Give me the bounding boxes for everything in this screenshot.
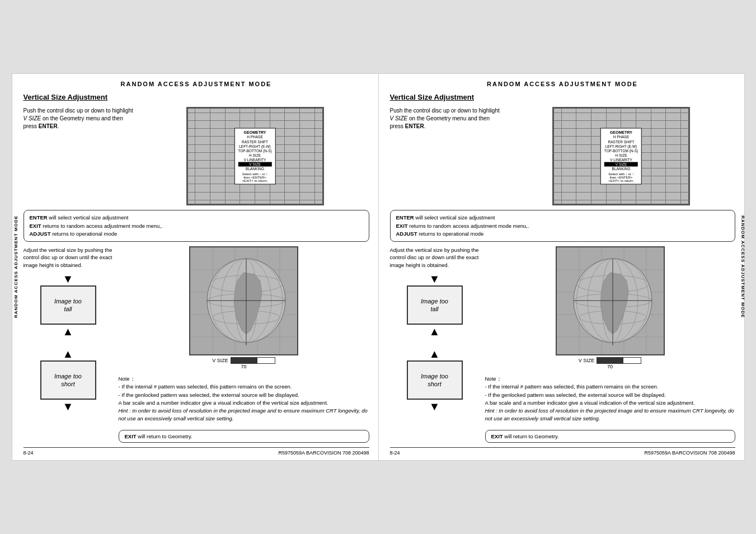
- down-arrow-r-1: ▼: [429, 273, 440, 284]
- vsize-number: 70: [241, 364, 246, 369]
- left-notes: Note： - If the internal # pattern was se…: [119, 375, 369, 423]
- left-monitor-screen: GEOMETRY H PHASE RASTER SHIFT LEFT-RIGHT…: [188, 109, 322, 204]
- right-globe-area: V SIZE 70: [485, 246, 735, 369]
- image-too-short-box-r: Image tooshort: [407, 360, 463, 400]
- menu-title: GEOMETRY: [238, 130, 271, 134]
- menu-hint3-r: <EXIT> to return.: [604, 179, 638, 182]
- right-image-boxes: Adjust the vertical size by pushing the …: [390, 246, 480, 443]
- exit-word-r: EXIT: [491, 433, 503, 439]
- vsize-display: V SIZE: [212, 357, 275, 364]
- note-label: Note：: [119, 376, 135, 382]
- exit-keyword-r: EXIT: [396, 223, 408, 229]
- left-image-boxes: Adjust the vertical size by pushing the …: [24, 246, 113, 443]
- note-line3: A bar scale and a number indicator give …: [119, 400, 328, 406]
- left-bottom-section: Adjust the vertical size by pushing the …: [24, 246, 369, 443]
- up-arrow-2: ▲: [63, 348, 74, 359]
- note-line1: - If the internal # pattern was selected…: [119, 383, 292, 390]
- left-top-content: Push the control disc up or down to high…: [24, 107, 369, 205]
- menu-item-r: H PHASE: [604, 135, 638, 139]
- v-line: [299, 109, 300, 204]
- left-section-title: Vertical Size Adjustment: [24, 93, 369, 101]
- right-footer: 8-24 R5975059A BARCOVISION 708 200498: [390, 447, 735, 456]
- right-geometry-menu: GEOMETRY H PHASE RASTER SHIFT LEFT-RIGHT…: [600, 128, 642, 185]
- right-notes: Note： - If the internal # pattern was se…: [485, 375, 735, 423]
- v-line: [225, 109, 226, 204]
- note-hint: Hint : In order to avoid loss of resolut…: [119, 407, 368, 421]
- note-line2: - If the genlocked pattern was selected,…: [119, 392, 299, 398]
- right-monitor-col: GEOMETRY H PHASE RASTER SHIFT LEFT-RIGHT…: [508, 107, 735, 205]
- enter-keyword-r: ENTER: [396, 214, 414, 221]
- left-monitor: GEOMETRY H PHASE RASTER SHIFT LEFT-RIGHT…: [186, 107, 324, 205]
- menu-item: V LINEARITY: [238, 158, 271, 162]
- right-page: RANDOM ACCESS ADJUSTMENT MODE Vertical S…: [378, 73, 745, 460]
- adjust-keyword: ADJUST: [30, 231, 51, 237]
- v-line: [591, 109, 591, 204]
- v-line: [576, 109, 576, 204]
- menu-item-r: BLANKING: [604, 167, 638, 171]
- left-monitor-col: GEOMETRY H PHASE RASTER SHIFT LEFT-RIGHT…: [141, 107, 369, 205]
- v-line: [210, 109, 210, 204]
- vsize-number-r: 70: [607, 364, 613, 369]
- vsize-display-r: V SIZE: [579, 357, 642, 364]
- right-exit-callout: EXIT will return to Geometry.: [485, 430, 735, 443]
- down-arrow-1: ▼: [63, 273, 74, 284]
- v-line: [680, 109, 681, 204]
- exit-keyword: EXIT: [30, 223, 41, 229]
- v-line: [665, 109, 666, 204]
- right-monitor: GEOMETRY H PHASE RASTER SHIFT LEFT-RIGHT…: [552, 107, 690, 205]
- left-geometry-menu: GEOMETRY H PHASE RASTER SHIFT LEFT-RIGHT…: [234, 128, 275, 185]
- left-footer-code: R5975059A BARCOVISION 708 200498: [278, 450, 369, 456]
- right-section-title: Vertical Size Adjustment: [390, 93, 735, 101]
- v-line: [284, 109, 285, 204]
- right-monitor-screen: GEOMETRY H PHASE RASTER SHIFT LEFT-RIGHT…: [554, 109, 688, 204]
- page-container: RANDOM ACCESS ADJUSTMENT MODE RANDOM ACC…: [12, 73, 745, 460]
- image-too-short-box: Image tooshort: [40, 360, 96, 400]
- image-too-tall-box: Image tootall: [40, 285, 96, 325]
- menu-item-r: RASTER SHIFT: [604, 139, 638, 144]
- left-intro-text: Push the control disc up or down to high…: [24, 107, 141, 205]
- left-adjust-text: Adjust the vertical size by pushing the …: [24, 246, 113, 269]
- right-bottom-section: Adjust the vertical size by pushing the …: [390, 246, 735, 443]
- down-arrow-r-2: ▼: [429, 401, 440, 412]
- v-line: [651, 109, 651, 204]
- right-globe-box: [556, 246, 665, 355]
- menu-item: H PHASE: [238, 135, 271, 139]
- note-line1-r: - If the internal # pattern was selected…: [485, 383, 659, 390]
- left-globe-box: [189, 246, 298, 355]
- left-footer-page: 8-24: [24, 450, 34, 456]
- up-arrow-r-2: ▲: [429, 348, 440, 359]
- left-globe-area: V SIZE 70: [119, 246, 369, 369]
- menu-item: TOP-BOTTOM (N-S): [238, 148, 271, 153]
- up-arrow-1: ▲: [63, 326, 74, 337]
- note-label-r: Note：: [485, 376, 502, 382]
- v-line: [314, 109, 315, 204]
- menu-item-r: H SIZE: [604, 153, 638, 157]
- left-exit-callout: EXIT will return to Geometry.: [119, 430, 369, 443]
- vsize-bar-fill: [231, 358, 257, 363]
- image-too-tall-box-r: Image tootall: [407, 285, 463, 325]
- left-footer: 8-24 R5975059A BARCOVISION 708 200498: [24, 447, 369, 456]
- vsize-label-r: V SIZE: [579, 358, 595, 363]
- menu-item-r: TOP-BOTTOM (N-S): [604, 148, 638, 153]
- menu-item-r: LEFT-RIGHT (E-W): [604, 144, 638, 148]
- adjust-keyword-r: ADJUST: [396, 231, 417, 237]
- left-globe-svg: [190, 247, 298, 355]
- vsize-bar: [231, 357, 275, 364]
- right-side-label: RANDOM ACCESS ADJUSTMENT MODE: [739, 74, 747, 460]
- exit-word: EXIT: [125, 433, 137, 439]
- enter-keyword: ENTER: [30, 214, 48, 221]
- left-globe-notes: V SIZE 70 Note： - If the internal # patt…: [119, 246, 369, 443]
- v-line: [561, 109, 562, 204]
- note-hint-r: Hint : In order to avoid loss of resolut…: [485, 407, 734, 421]
- vsize-label: V SIZE: [212, 358, 228, 363]
- menu-item-r: V LINEARITY: [604, 158, 638, 162]
- right-globe-svg: [557, 247, 665, 355]
- right-header: RANDOM ACCESS ADJUSTMENT MODE: [390, 81, 735, 87]
- menu-item: RASTER SHIFT: [238, 139, 271, 144]
- right-adjust-text: Adjust the vertical size by pushing the …: [390, 246, 480, 269]
- right-callout-box: ENTER will select vertical size adjustme…: [390, 210, 735, 242]
- menu-item: H SIZE: [238, 153, 271, 157]
- vsize-bar-r: [597, 357, 641, 364]
- left-page: RANDOM ACCESS ADJUSTMENT MODE RANDOM ACC…: [12, 73, 378, 460]
- note-line2-r: - If the genlocked pattern was selected,…: [485, 392, 666, 398]
